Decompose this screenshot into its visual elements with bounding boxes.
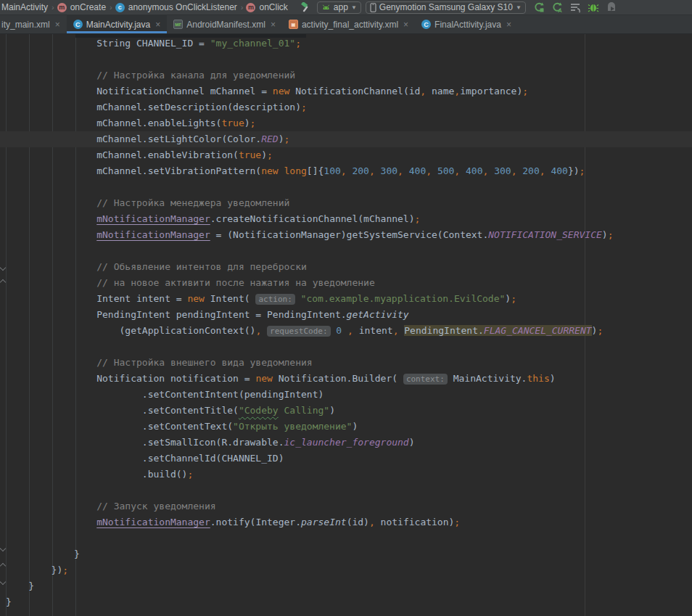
tab-label: MainActivity.java: [86, 20, 150, 30]
code-line[interactable]: mNotificationManager.createNotificationC…: [0, 211, 692, 227]
code-line[interactable]: .build();: [0, 467, 692, 482]
fold-marker-icon[interactable]: [1, 265, 6, 270]
code-line[interactable]: // Настройка канала для уведомлений: [0, 67, 692, 83]
code-token: getActivity: [347, 309, 409, 320]
chevron-down-icon: ▼: [516, 4, 522, 11]
code-line[interactable]: [0, 52, 692, 67]
code-token: notification): [375, 517, 455, 527]
code-token: }: [6, 596, 12, 607]
code-line[interactable]: mNotificationManager = (NotificationMana…: [0, 227, 692, 243]
code-token: this: [527, 373, 549, 384]
code-token: mChannel.enableVibration(: [96, 149, 239, 160]
run-tasks-icon[interactable]: [569, 1, 581, 13]
tab-finalacttivity-java[interactable]: C FinalActtivity.java ×: [415, 15, 518, 33]
fold-marker-icon[interactable]: [1, 279, 6, 284]
code-line[interactable]: mChannel.enableLights(true);: [0, 115, 692, 131]
breadcrumb-item-class[interactable]: MainActivity: [1, 2, 48, 12]
code-token: ): [550, 373, 556, 384]
code-token: "Codeby: [239, 405, 279, 416]
code-line[interactable]: .setContentText("Открыть уведомление"): [0, 419, 692, 435]
tab-androidmanifest-xml[interactable]: MF AndroidManifest.xml ×: [167, 15, 282, 33]
code-token: requestCode:: [267, 326, 330, 337]
code-line[interactable]: .setContentTitle("Codeby Calling"): [0, 403, 692, 419]
code-token: new: [187, 293, 204, 304]
code-token: }): [52, 564, 63, 575]
close-icon[interactable]: ×: [271, 20, 276, 30]
code-token: "Открыть уведомление": [233, 421, 352, 432]
code-token: Notification notification =: [96, 373, 255, 384]
close-icon[interactable]: ×: [403, 20, 408, 30]
code-editor[interactable]: String CHANNEL_ID = "my_channel_01";// Н…: [0, 34, 692, 616]
code-line[interactable]: [0, 530, 692, 546]
code-line[interactable]: [0, 179, 692, 195]
code-line[interactable]: mNotificationManager.notify(Integer.pars…: [0, 514, 692, 530]
debug-icon[interactable]: [588, 1, 599, 13]
code-line[interactable]: // Запуск уведомления: [0, 498, 692, 514]
code-line[interactable]: (getApplicationContext(), requestCode: 0…: [0, 323, 692, 339]
close-icon[interactable]: ×: [506, 20, 511, 30]
close-icon[interactable]: ×: [55, 20, 60, 30]
code-token: mChannel.setLightColor(Color.: [96, 134, 261, 144]
apply-changes-restart-icon[interactable]: [533, 1, 545, 13]
code-line[interactable]: mChannel.setVibrationPattern(new long[]{…: [0, 163, 692, 179]
tab-activity-main-xml[interactable]: ity_main.xml ×: [0, 15, 67, 33]
tab-mainactivity-java[interactable]: C MainActivity.java ×: [67, 15, 168, 33]
code-token: ;: [187, 469, 193, 480]
code-line[interactable]: [0, 482, 692, 498]
code-line[interactable]: mChannel.setLightColor(Color.RED);: [0, 131, 692, 147]
code-token: importance): [460, 86, 522, 96]
code-token: name: [426, 86, 454, 96]
code-token: ,: [369, 165, 381, 176]
code-token: (id): [347, 517, 369, 527]
code-token: .setSmallIcon(R.drawable.: [142, 437, 284, 448]
code-line[interactable]: }: [0, 594, 692, 610]
code-line[interactable]: [0, 339, 692, 355]
code-token: // Настройка менеджера уведомлений: [96, 197, 289, 208]
code-line[interactable]: .setContentIntent(pendingIntent): [0, 387, 692, 403]
code-token: }: [74, 549, 80, 559]
build-hammer-icon[interactable]: [300, 2, 311, 13]
code-line[interactable]: NotificationChannel mChannel = new Notif…: [0, 83, 692, 99]
code-line[interactable]: // на новое активити после нажатия на ув…: [0, 275, 692, 291]
fold-marker-icon[interactable]: [1, 546, 6, 551]
code-line[interactable]: PendingIntent pendingIntent = PendingInt…: [0, 307, 692, 323]
code-line[interactable]: });: [0, 562, 692, 578]
tab-activity-final-acttivity-xml[interactable]: ▤ activity_final_acttivity.xml ×: [282, 15, 415, 33]
code-line[interactable]: Notification notification = new Notifica…: [0, 371, 692, 387]
code-line[interactable]: mChannel.setDescription(description);: [0, 99, 692, 115]
code-token: ,: [347, 325, 353, 336]
code-token: .setContentText(: [142, 421, 233, 432]
breadcrumb-item-oncreate[interactable]: onCreate: [70, 2, 106, 12]
apply-code-changes-icon[interactable]: A: [551, 1, 563, 13]
code-token: ,: [369, 517, 375, 527]
run-configuration-select[interactable]: app ▼: [317, 1, 361, 14]
code-line[interactable]: .setChannelId(CHANNEL_ID): [0, 451, 692, 467]
code-token: NotificationChannel mChannel =: [96, 86, 273, 96]
code-line[interactable]: // Настройка менеджера уведомлений: [0, 195, 692, 211]
code-token: ;: [608, 229, 614, 240]
anonymous-class-icon: c: [115, 3, 125, 12]
breadcrumb-item-onclick[interactable]: onClick: [259, 2, 287, 12]
close-icon[interactable]: ×: [155, 20, 160, 30]
code-line[interactable]: }: [0, 578, 692, 594]
device-select[interactable]: Genymotion Samsung Galaxy S10 ▼: [366, 1, 526, 14]
code-line[interactable]: [0, 243, 692, 259]
code-line[interactable]: String CHANNEL_ID = "my_channel_01";: [0, 36, 692, 52]
profiler-icon[interactable]: [606, 1, 617, 13]
svg-text:A: A: [558, 7, 562, 13]
code-token: "com.example.myapplication.EvilCode": [301, 293, 506, 304]
layout-xml-file-icon: ▤: [289, 20, 298, 29]
code-token: ;: [62, 564, 68, 575]
android-robot-icon: [321, 3, 331, 12]
fold-marker-icon[interactable]: [1, 563, 6, 568]
fold-marker-icon[interactable]: [1, 579, 6, 584]
code-line[interactable]: // Обьявление интентов для переброски: [0, 259, 692, 275]
code-token: mChannel.setDescription(description): [96, 102, 301, 112]
code-token: context:: [403, 374, 448, 385]
code-line[interactable]: .setSmallIcon(R.drawable.ic_launcher_for…: [0, 435, 692, 451]
breadcrumb-item-listener[interactable]: anonymous OnClickListener: [128, 2, 237, 12]
code-line[interactable]: }: [0, 546, 692, 562]
code-line[interactable]: // Настройка внешнего вида уведомления: [0, 355, 692, 371]
code-line[interactable]: Intent intent = new Intent( action: "com…: [0, 291, 692, 307]
code-line[interactable]: mChannel.enableVibration(true);: [0, 147, 692, 163]
